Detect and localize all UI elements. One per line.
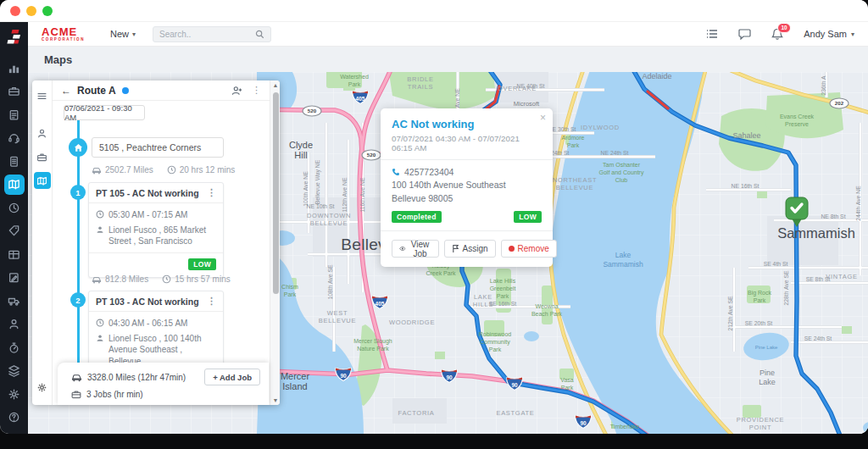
- state-route-shield: 202: [830, 98, 849, 108]
- sidebar-item-help[interactable]: [4, 407, 25, 428]
- sidebar-item-settings[interactable]: [4, 384, 25, 404]
- map-label: Ardmore: [562, 135, 585, 141]
- map-label: Timberlake: [610, 424, 639, 430]
- sidebar-item-fleet[interactable]: [4, 291, 25, 311]
- assign-user-icon[interactable]: [231, 86, 243, 96]
- scroll-up-arrow[interactable]: ▲: [270, 82, 281, 88]
- sidebar-item-dashboard[interactable]: [4, 58, 25, 78]
- minimize-window-button[interactable]: [26, 6, 36, 16]
- close-icon[interactable]: ×: [540, 112, 546, 124]
- map-label: 100th Ave NE: [303, 171, 309, 207]
- start-location-field[interactable]: 5105 , Peachtree Corners: [92, 137, 224, 158]
- car-icon: [71, 373, 82, 382]
- search-input[interactable]: Search..: [153, 26, 271, 42]
- sidebar-item-tasks[interactable]: [4, 104, 25, 125]
- close-window-button[interactable]: [10, 6, 20, 16]
- route-start-datetime[interactable]: 07/06/2021 - 09:30 AM: [64, 105, 145, 120]
- acme-logo[interactable]: ACME CORPORATION: [42, 26, 85, 42]
- map-label: 112th Ave NE: [342, 177, 348, 212]
- map-label: WEST: [327, 309, 348, 317]
- state-route-shield: 520: [303, 106, 321, 116]
- view-job-button[interactable]: View Job: [392, 240, 439, 258]
- job-card[interactable]: PT 105 - AC Not working ⋮ 05:30 AM - 07:…: [88, 182, 224, 278]
- back-arrow-icon[interactable]: ←: [61, 85, 71, 97]
- map-label: Hill: [294, 150, 307, 160]
- map-label: BRIDLE: [407, 75, 433, 83]
- map-label: Greenbelt: [490, 285, 516, 291]
- map-label: 108th Ave SE: [327, 264, 333, 300]
- map-label: Bellevue Way NE: [314, 159, 321, 204]
- assign-flag-icon: [452, 244, 459, 253]
- notifications-bell-icon[interactable]: 10: [771, 28, 783, 41]
- priority-badge: LOW: [514, 211, 542, 223]
- map-label: NE 40th St: [517, 83, 545, 89]
- sidebar-item-timesheet[interactable]: [4, 337, 25, 358]
- job-menu-kebab-icon[interactable]: ⋮: [207, 187, 216, 198]
- map-label: Weowna: [535, 303, 558, 309]
- rail-item-map-view[interactable]: [34, 172, 51, 189]
- sidebar-item-maps[interactable]: [4, 175, 25, 195]
- map-label: 228th Ave SE: [783, 270, 789, 306]
- leg-duration: 15 hrs 57 mins: [175, 274, 231, 284]
- clock-icon: [96, 319, 104, 327]
- logo-text: ACME: [42, 26, 85, 37]
- sidebar-item-estimates[interactable]: [4, 268, 25, 288]
- popup-phone-number[interactable]: 4257723404: [404, 167, 453, 177]
- map-label: Mercer Slough: [353, 338, 392, 345]
- job-menu-kebab-icon[interactable]: ⋮: [207, 296, 216, 307]
- sidebar-item-jobs[interactable]: [4, 81, 25, 102]
- map-label: Lake: [759, 378, 776, 386]
- popup-address-line1: 100 140th Avenue Southeast: [392, 179, 542, 191]
- list-view-icon[interactable]: [706, 29, 718, 39]
- assign-button[interactable]: Assign: [444, 240, 496, 258]
- leg-miles: 2502.7 Miles: [105, 165, 153, 175]
- add-job-button[interactable]: + Add Job: [204, 369, 260, 385]
- map-label: Pine: [760, 369, 775, 377]
- person-icon: [96, 334, 104, 342]
- scroll-down-arrow[interactable]: ▼: [270, 397, 281, 403]
- chevron-down-icon: ▾: [132, 30, 136, 38]
- map-label: VINTAGE: [826, 273, 857, 280]
- notification-count-badge: 10: [777, 23, 791, 33]
- phone-icon: [392, 168, 400, 176]
- user-menu[interactable]: Andy Sam ▾: [804, 29, 854, 39]
- rail-item-jobs[interactable]: [34, 148, 51, 165]
- sidebar-item-inventory[interactable]: [4, 361, 25, 381]
- panel-settings-gear-icon[interactable]: [36, 381, 47, 396]
- sidebar-item-schedule[interactable]: [4, 197, 25, 218]
- map-label: Beach Park: [531, 311, 563, 317]
- sidebar-item-board[interactable]: [4, 244, 25, 264]
- route-panel-rail: [32, 80, 53, 405]
- scrollbar-thumb[interactable]: [273, 92, 279, 294]
- sidebar-item-invoices[interactable]: [4, 151, 25, 171]
- titlebar: [0, 0, 868, 22]
- car-icon: [92, 275, 102, 284]
- panel-scrollbar[interactable]: ▲ ▼: [270, 80, 280, 405]
- rail-item-menu[interactable]: [34, 87, 51, 104]
- rail-item-contacts[interactable]: [34, 125, 51, 141]
- map-label: SE 4th St: [764, 261, 788, 267]
- map-label: 212th Ave SE: [727, 296, 733, 331]
- route-menu-kebab-icon[interactable]: ⋮: [252, 85, 261, 96]
- map-label: Sammamish: [777, 225, 855, 241]
- map-label: POINT: [749, 424, 771, 431]
- map-label: LAKE: [474, 293, 492, 301]
- sidebar-item-customers[interactable]: [4, 128, 25, 148]
- map-label: BELLEVUE: [556, 184, 593, 191]
- map-canvas[interactable]: BellevueSammamishClydeHillMercerIslandSa…: [28, 72, 868, 434]
- map-label: 116th Ave NE: [359, 177, 365, 212]
- map-label: TRAILS: [408, 83, 433, 91]
- zoom-window-button[interactable]: [42, 6, 53, 16]
- sidebar-item-tags[interactable]: [4, 221, 25, 241]
- route-panel: ← Route A ⋮ 07/06/2021 - 09:30 A: [32, 80, 280, 405]
- remove-button[interactable]: Remove: [501, 240, 557, 258]
- sidebar-item-team[interactable]: [4, 314, 25, 335]
- chat-icon[interactable]: [738, 28, 751, 40]
- person-icon: [96, 225, 104, 234]
- search-icon: [255, 30, 264, 39]
- app-logo-mark[interactable]: [7, 28, 22, 50]
- map-label: Lake Hills: [490, 278, 516, 284]
- new-dropdown[interactable]: New ▾: [110, 29, 136, 39]
- map-label: Community: [480, 339, 510, 346]
- popup-job-title: AC Not working: [392, 118, 542, 130]
